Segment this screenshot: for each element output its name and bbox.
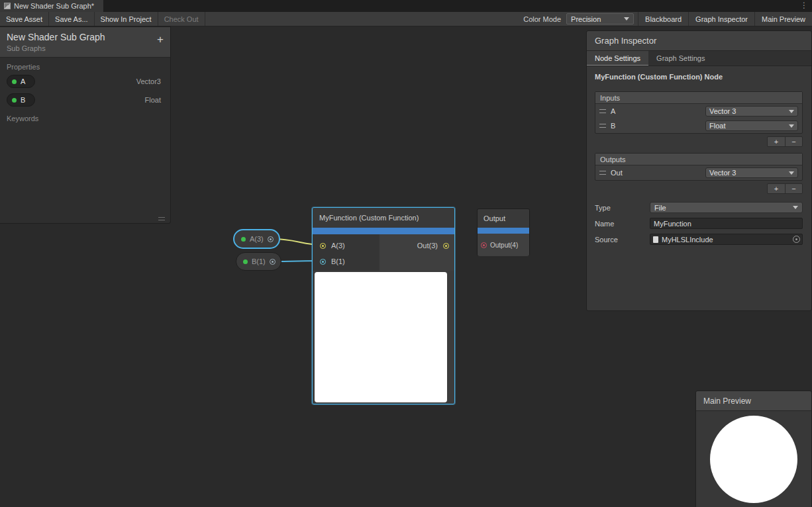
input-port-output[interactable] [481, 242, 487, 248]
input-port-label: Output(4) [490, 242, 518, 249]
output-row-out[interactable]: Out Vector 3 [595, 165, 802, 180]
save-as-button[interactable]: Save As... [49, 12, 95, 26]
document-tab-title: New Shader Sub Graph* [14, 2, 94, 10]
add-property-button[interactable]: + [157, 34, 164, 45]
resize-handle[interactable] [158, 217, 165, 220]
source-object-field[interactable]: MyHLSLInclude [650, 234, 803, 245]
property-pill[interactable]: B [7, 93, 35, 107]
inputs-list-header: Inputs [595, 92, 802, 104]
file-icon [653, 236, 658, 243]
tab-graph-settings[interactable]: Graph Settings [648, 51, 713, 66]
property-color-dot [12, 79, 17, 84]
property-type: Float [145, 96, 161, 104]
properties-section-label: Properties [0, 58, 170, 72]
shader-graph-window: A(3) B(1) MyFunction (Custom Function) A… [0, 0, 812, 507]
add-output-button[interactable]: + [768, 184, 785, 193]
main-preview-panel: Main Preview [695, 391, 812, 507]
graph-inspector-toggle-button[interactable]: Graph Inspector [688, 12, 754, 26]
outputs-list-footer: + − [595, 183, 803, 194]
inspected-node-title: MyFunction (Custom Function) Node [595, 73, 803, 81]
color-mode-dropdown[interactable]: Precision [566, 13, 634, 24]
tab-node-settings[interactable]: Node Settings [587, 51, 648, 66]
input-port-label: B(1) [331, 257, 345, 265]
add-input-button[interactable]: + [768, 137, 785, 146]
inspector-body: MyFunction (Custom Function) Node Inputs… [587, 66, 811, 245]
preview-sphere [710, 416, 797, 503]
object-picker-icon[interactable] [793, 236, 800, 243]
output-port-row[interactable]: Out(3) [380, 238, 454, 254]
input-name: B [611, 122, 701, 130]
main-preview-viewport[interactable] [696, 411, 811, 507]
blackboard-title: New Shader Sub Graph [7, 32, 164, 42]
chevron-down-icon [793, 206, 798, 209]
toolbar-spacer [205, 12, 519, 26]
drag-handle-icon[interactable] [599, 124, 606, 128]
drag-handle-icon[interactable] [599, 171, 606, 175]
input-row-b[interactable]: B Float [595, 118, 802, 133]
dropdown-value: Float [709, 122, 725, 130]
document-tab-bar: New Shader Sub Graph* ⋮ [0, 0, 812, 12]
custom-function-node[interactable]: MyFunction (Custom Function) A(3) B(1) O… [312, 207, 455, 404]
property-color-dot [243, 259, 248, 264]
drag-handle-icon[interactable] [599, 109, 606, 113]
document-tab[interactable]: New Shader Sub Graph* [0, 0, 103, 12]
blackboard-property-b[interactable]: B Float [0, 91, 170, 109]
property-node-a[interactable]: A(3) [233, 229, 280, 249]
dropdown-value: Vector 3 [709, 169, 736, 177]
node-preview[interactable] [315, 272, 447, 402]
blackboard-toggle-button[interactable]: Blackboard [638, 12, 688, 26]
input-port-b[interactable] [320, 259, 326, 265]
property-node-label: B(1) [252, 257, 266, 265]
output-port-label: Out(3) [417, 242, 438, 250]
precision-color-bar [313, 228, 454, 234]
kebab-menu-icon[interactable]: ⋮ [800, 1, 808, 10]
property-name: B [21, 96, 25, 104]
chevron-down-icon [789, 110, 794, 113]
save-asset-button[interactable]: Save Asset [0, 12, 49, 26]
output-name: Out [611, 169, 701, 177]
blackboard-subtitle: Sub Graphs [7, 44, 164, 52]
chevron-down-icon [789, 171, 794, 175]
input-port-row-a[interactable]: A(3) [313, 238, 380, 254]
main-preview-toggle-button[interactable]: Main Preview [754, 12, 812, 26]
graph-inspector-title[interactable]: Graph Inspector [587, 31, 811, 51]
outputs-list: Outputs Out Vector 3 [595, 153, 803, 181]
input-type-dropdown[interactable]: Float [705, 120, 798, 131]
input-port-label: A(3) [331, 242, 345, 250]
name-label: Name [595, 220, 650, 228]
source-label: Source [595, 236, 650, 244]
output-port[interactable] [268, 236, 274, 242]
output-node[interactable]: Output Output(4) [477, 208, 530, 256]
output-port[interactable] [270, 259, 276, 265]
dropdown-value: Precision [571, 15, 601, 23]
type-dropdown[interactable]: File [650, 202, 803, 213]
output-port-out[interactable] [443, 243, 449, 249]
input-port-a[interactable] [320, 243, 326, 249]
input-ports-column: A(3) B(1) [313, 234, 380, 271]
input-row-a[interactable]: A Vector 3 [595, 104, 802, 118]
blackboard-header[interactable]: New Shader Sub Graph Sub Graphs + [0, 27, 170, 58]
property-pill[interactable]: A [7, 75, 35, 88]
output-node-body: Output(4) [478, 234, 529, 256]
type-field-row: Type File [595, 202, 803, 213]
property-color-dot [241, 237, 246, 242]
input-type-dropdown[interactable]: Vector 3 [705, 106, 798, 116]
node-title[interactable]: MyFunction (Custom Function) [313, 208, 454, 228]
shader-graph-icon [4, 3, 11, 9]
output-type-dropdown[interactable]: Vector 3 [705, 167, 798, 178]
main-preview-title[interactable]: Main Preview [696, 391, 811, 411]
remove-output-button[interactable]: − [785, 184, 802, 193]
node-title[interactable]: Output [478, 209, 529, 228]
property-name: A [21, 77, 25, 85]
name-input[interactable] [650, 218, 803, 229]
graph-inspector-panel: Graph Inspector Node Settings Graph Sett… [586, 30, 812, 311]
input-name: A [611, 107, 701, 115]
show-in-project-button[interactable]: Show In Project [95, 12, 158, 26]
blackboard-property-a[interactable]: A Vector3 [0, 72, 170, 91]
input-port-row-b[interactable]: B(1) [313, 254, 380, 269]
property-node-b[interactable]: B(1) [236, 252, 281, 271]
remove-input-button[interactable]: − [785, 137, 802, 146]
source-field-row: Source MyHLSLInclude [595, 234, 803, 245]
property-node-label: A(3) [250, 235, 264, 243]
keywords-section-label: Keywords [0, 109, 170, 124]
